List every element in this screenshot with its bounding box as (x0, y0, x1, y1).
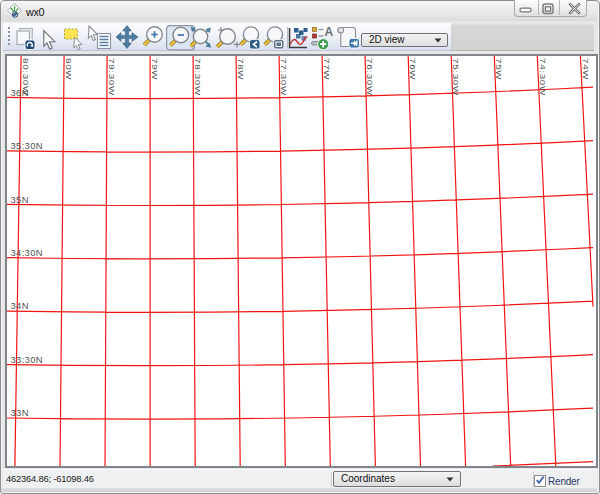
svg-text:77:30W: 77:30W (280, 58, 287, 96)
svg-text:75:30W: 75:30W (452, 58, 459, 96)
svg-text:77W: 77W (323, 58, 330, 80)
svg-text:79W: 79W (151, 58, 158, 80)
svg-text:35N: 35N (11, 194, 29, 205)
svg-text:79:30W: 79:30W (108, 58, 115, 96)
svg-text:34N: 34N (11, 300, 29, 311)
svg-text:80W: 80W (65, 58, 72, 80)
svg-text:33:30N: 33:30N (11, 354, 43, 365)
svg-text:74W: 74W (581, 58, 588, 80)
svg-text:35:30N: 35:30N (11, 140, 43, 151)
svg-text:74:30W: 74:30W (538, 58, 545, 96)
svg-text:A: A (325, 25, 334, 39)
svg-text:76:30W: 76:30W (366, 58, 373, 96)
svg-text:34:30N: 34:30N (11, 247, 43, 258)
svg-text:36N: 36N (11, 87, 29, 98)
svg-text:33N: 33N (11, 407, 29, 418)
svg-text:78W: 78W (237, 58, 244, 80)
svg-text:75W: 75W (495, 58, 502, 80)
svg-text:76W: 76W (409, 58, 416, 80)
svg-text:78:30W: 78:30W (194, 58, 201, 96)
